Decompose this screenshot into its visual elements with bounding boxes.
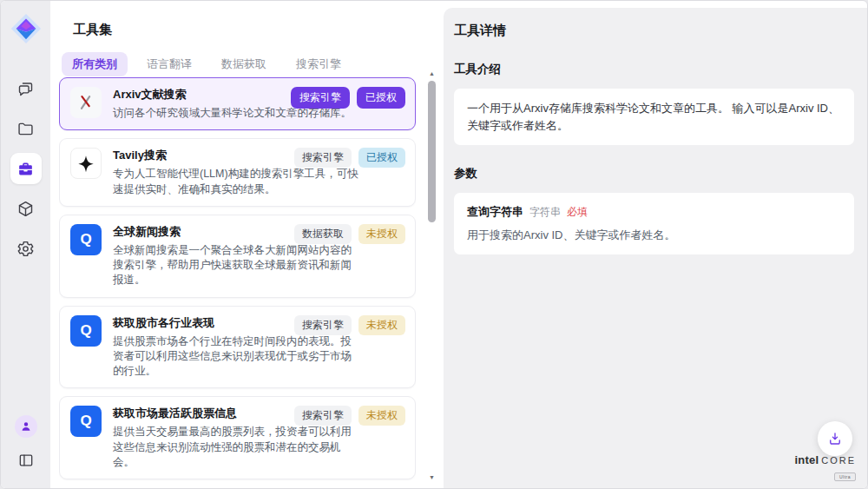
- tool-list: Arxiv文献搜索 访问各个研究领域大量科学论文和文章的存储库。 搜索引擎 已授…: [59, 77, 416, 487]
- core-wordmark: core: [821, 455, 856, 466]
- list-scrollbar[interactable]: ▲ ▼: [427, 70, 437, 481]
- category-tag: 搜索引擎: [291, 87, 350, 109]
- param-description: 用于搜索的Arxiv ID、关键字或作者姓名。: [467, 228, 841, 243]
- tool-card[interactable]: Arxiv文献搜索 访问各个研究领域大量科学论文和文章的存储库。 搜索引擎 已授…: [59, 77, 416, 130]
- left-rail: [1, 1, 50, 488]
- juhe-icon: Q: [70, 406, 102, 437]
- sidebar-item-chat[interactable]: [10, 73, 42, 104]
- scrollbar-thumb[interactable]: [428, 81, 436, 222]
- intel-badge: Ultra: [834, 472, 856, 481]
- category-tag: 搜索引擎: [294, 406, 352, 426]
- gear-icon: [16, 240, 35, 258]
- chat-icon: [16, 80, 35, 98]
- collapse-sidebar-button[interactable]: [10, 445, 42, 476]
- tool-card[interactable]: Q 全球新闻搜索 全球新闻搜索是一个聚合全球各大新闻网站内容的搜索引擎，帮助用户…: [59, 215, 416, 298]
- category-tag: 搜索引擎: [294, 148, 352, 168]
- param-name: 查询字符串: [467, 204, 523, 220]
- arxiv-icon: [70, 87, 102, 118]
- param-type: 字符串: [529, 205, 561, 220]
- tool-description: 提供当天交易量最高的股票列表，投资者可以利用这些信息来识别流动性强的股票和潜在的…: [113, 425, 359, 470]
- intro-heading: 工具介绍: [454, 62, 854, 77]
- tab-1[interactable]: 语言翻译: [136, 52, 202, 76]
- scroll-down-arrow-icon[interactable]: ▼: [427, 474, 437, 481]
- tool-card[interactable]: Q 获取市场最活跃股票信息 提供当天交易量最高的股票列表，投资者可以利用这些信息…: [59, 396, 416, 479]
- auth-status-badge: 未授权: [358, 315, 405, 335]
- sidebar-item-settings[interactable]: [10, 233, 42, 264]
- param-required-badge: 必填: [567, 205, 588, 220]
- auth-status-badge: 未授权: [358, 406, 405, 426]
- tab-2[interactable]: 数据获取: [211, 52, 277, 76]
- auth-status-badge: 未授权: [358, 224, 405, 244]
- intro-box: 一个用于从Arxiv存储库搜索科学论文和文章的工具。 输入可以是Arxiv ID…: [454, 89, 854, 145]
- toolset-title: 工具集: [73, 22, 112, 38]
- scroll-up-arrow-icon[interactable]: ▲: [427, 70, 437, 77]
- category-tag: 数据获取: [294, 224, 352, 244]
- person-icon: [19, 420, 33, 433]
- rail-nav: [10, 73, 42, 264]
- toolset-panel: 工具集 所有类别语言翻译数据获取搜索引擎 Arxiv文献搜索 访问各个研究领域大…: [50, 1, 444, 488]
- cube-icon: [16, 200, 35, 218]
- tavily-icon: [70, 148, 102, 179]
- tool-details-panel: 工具详情 工具介绍 一个用于从Arxiv存储库搜索科学论文和文章的工具。 输入可…: [444, 8, 867, 488]
- app-logo: [10, 12, 43, 45]
- auth-status-badge: 已授权: [358, 148, 405, 168]
- sidebar-item-files[interactable]: [10, 113, 42, 144]
- param-head: 查询字符串 字符串 必填: [467, 204, 841, 220]
- details-title: 工具详情: [454, 23, 854, 39]
- app-window: 工具集 所有类别语言翻译数据获取搜索引擎 Arxiv文献搜索 访问各个研究领域大…: [0, 0, 868, 489]
- rail-bottom: [10, 415, 42, 476]
- juhe-icon: Q: [70, 224, 102, 255]
- category-tag: 搜索引擎: [294, 315, 352, 335]
- download-icon: [827, 431, 843, 446]
- toolbox-icon: [16, 160, 35, 178]
- collapse-panel-icon: [17, 452, 35, 469]
- params-heading: 参数: [454, 166, 854, 182]
- tool-description: 全球新闻搜索是一个聚合全球各大新闻网站内容的搜索引擎，帮助用户快速获取全球最新资…: [113, 243, 359, 288]
- tool-card[interactable]: Q 获取股市各行业表现 提供股票市场各个行业在特定时间段内的表现。投资者可以利用…: [59, 306, 416, 389]
- intel-wordmark: intel: [794, 453, 819, 466]
- juhe-icon: Q: [70, 315, 102, 347]
- sidebar-item-tools[interactable]: [10, 153, 42, 184]
- intel-core-logo: intel core Ultra: [794, 453, 856, 482]
- param-box: 查询字符串 字符串 必填 用于搜索的Arxiv ID、关键字或作者姓名。: [454, 193, 854, 254]
- tool-description: 提供股票市场各个行业在特定时间段内的表现。投资者可以利用这些信息来识别表现优于或…: [113, 334, 359, 380]
- download-button[interactable]: [818, 421, 852, 456]
- user-avatar[interactable]: [15, 415, 37, 438]
- category-tabs: 所有类别语言翻译数据获取搜索引擎: [62, 52, 352, 76]
- tab-3[interactable]: 搜索引擎: [286, 52, 352, 76]
- tool-description: 专为人工智能代理(LLM)构建的搜索引擎工具，可快速提供实时、准确和真实的结果。: [113, 167, 359, 197]
- folder-icon: [16, 120, 35, 138]
- intro-text: 一个用于从Arxiv存储库搜索科学论文和文章的工具。 输入可以是Arxiv ID…: [467, 100, 841, 134]
- tab-0[interactable]: 所有类别: [62, 52, 128, 76]
- sidebar-item-models[interactable]: [10, 193, 42, 224]
- auth-status-badge: 已授权: [357, 87, 405, 109]
- tool-card[interactable]: Tavily搜索 专为人工智能代理(LLM)构建的搜索引擎工具，可快速提供实时、…: [59, 138, 416, 207]
